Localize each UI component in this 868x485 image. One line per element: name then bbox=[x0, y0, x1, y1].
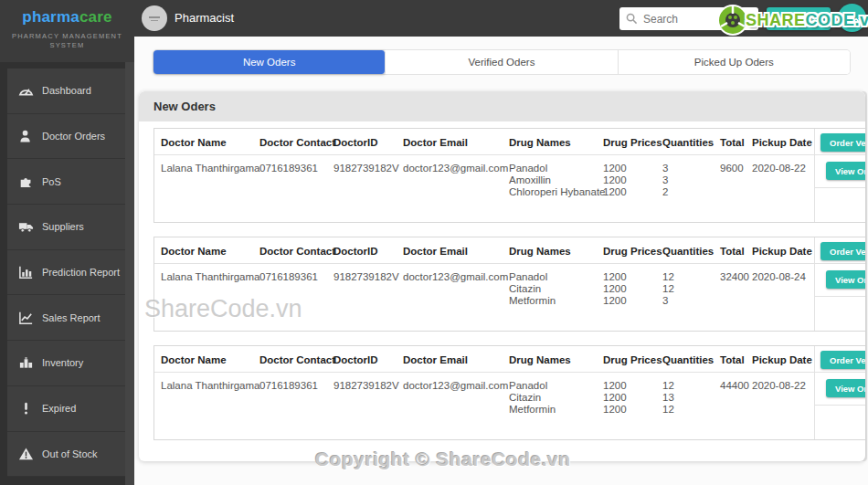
order-total: 32400 bbox=[720, 271, 749, 283]
tab-picked-up-orders[interactable]: Picked Up Oders bbox=[619, 50, 850, 74]
quantities: 121312 bbox=[662, 380, 674, 416]
drug-prices: 120012001200 bbox=[603, 271, 627, 307]
new-orders-panel: New Oders Doctor Name Doctor Contact Doc… bbox=[139, 91, 865, 461]
sidebar-menu: Dashboard Doctor Orders PoS Suppliers bbox=[7, 69, 125, 477]
drug-names: PanadolAmoxillinChloroperi Hybanate bbox=[509, 163, 605, 198]
view-order-button[interactable]: View Order bbox=[826, 379, 865, 397]
doctor-contact: 0716189361 bbox=[259, 163, 318, 174]
drug-names: PanadolCitazinMetformin bbox=[509, 380, 556, 416]
sidebar-item-suppliers[interactable]: Suppliers bbox=[7, 205, 125, 250]
search-input[interactable] bbox=[643, 13, 744, 26]
quantities: 12123 bbox=[662, 271, 674, 307]
order-total: 44400 bbox=[720, 380, 749, 392]
sidebar-item-expired[interactable]: Expired bbox=[7, 386, 125, 432]
order-verify-button[interactable]: Order Verify bbox=[820, 133, 865, 152]
suppliers-icon bbox=[18, 219, 34, 234]
drug-names: PanadolCitazinMetformin bbox=[509, 271, 556, 307]
pickup-date: 2020-08-22 bbox=[752, 380, 806, 392]
settings-button[interactable] bbox=[838, 4, 866, 32]
doctor-contact: 0716189361 bbox=[259, 380, 318, 392]
tab-new-orders[interactable]: New Oders bbox=[153, 50, 386, 74]
dashboard-icon bbox=[18, 83, 34, 98]
doctor-email: doctor123@gmail.com bbox=[403, 271, 508, 283]
col-header-doctor-name: Doctor Name bbox=[161, 137, 227, 148]
order-card: Doctor Name Doctor Contact DoctorID Doct… bbox=[153, 128, 865, 223]
doctor-contact: 0716189361 bbox=[259, 271, 318, 283]
order-card: Doctor Name Doctor Contact DoctorID Doct… bbox=[153, 237, 865, 332]
sidebar-item-prediction-report[interactable]: Prediction Report bbox=[7, 250, 125, 296]
user-role-label: Pharmacist bbox=[175, 11, 234, 25]
view-order-button[interactable]: View Order bbox=[826, 162, 865, 180]
brand-subtitle: PHARMACY MANAGEMENT SYSTEM bbox=[0, 32, 134, 50]
sidebar-item-doctor-orders[interactable]: Doctor Orders bbox=[7, 114, 125, 160]
doctor-id: 9182739182V bbox=[333, 163, 399, 174]
prediction-report-icon bbox=[18, 265, 34, 279]
order-card: Doctor Name Doctor Contact DoctorID Doct… bbox=[153, 345, 865, 440]
inventory-icon bbox=[18, 355, 34, 370]
view-order-button[interactable]: View Order bbox=[826, 270, 865, 289]
brand-logo[interactable]: pharmacare bbox=[0, 0, 134, 26]
avatar[interactable] bbox=[142, 5, 167, 31]
pos-icon bbox=[18, 174, 34, 189]
drug-prices: 120012001200 bbox=[603, 163, 627, 198]
order-total: 9600 bbox=[720, 163, 744, 174]
doctor-name: Lalana Thanthirgama bbox=[161, 163, 259, 174]
expired-icon bbox=[18, 401, 34, 416]
sidebar-item-sales-report[interactable]: Sales Report bbox=[7, 295, 125, 341]
sidebar: pharmacare PHARMACY MANAGEMENT SYSTEM Da… bbox=[0, 0, 134, 485]
tab-verified-orders[interactable]: Verified Oders bbox=[386, 50, 618, 74]
order-verify-button[interactable]: Order Verify bbox=[820, 351, 865, 369]
doctor-email: doctor123@gmail.com bbox=[403, 380, 508, 392]
sidebar-item-pos[interactable]: PoS bbox=[7, 159, 125, 205]
brand-block: pharmacare PHARMACY MANAGEMENT SYSTEM bbox=[0, 0, 134, 62]
doctor-name: Lalana Thanthirgama bbox=[161, 380, 259, 392]
drug-prices: 120012001200 bbox=[603, 380, 627, 416]
pickup-date: 2020-08-22 bbox=[752, 163, 806, 174]
search-button[interactable]: Search bbox=[767, 7, 831, 30]
search-icon bbox=[626, 13, 638, 25]
sidebar-scrollbar[interactable] bbox=[125, 62, 134, 485]
sidebar-item-dashboard[interactable]: Dashboard bbox=[7, 69, 125, 114]
quantities: 332 bbox=[662, 163, 668, 198]
doctor-id: 9182739182V bbox=[333, 380, 399, 392]
sales-report-icon bbox=[18, 311, 34, 325]
doctor-name: Lalana Thanthirgama bbox=[161, 271, 259, 283]
panel-title: New Oders bbox=[139, 91, 865, 121]
out-of-stock-icon bbox=[18, 447, 34, 461]
pickup-date: 2020-08-24 bbox=[752, 271, 806, 283]
doctor-email: doctor123@gmail.com bbox=[403, 163, 508, 174]
sidebar-item-inventory[interactable]: Inventory bbox=[7, 341, 125, 386]
top-header-bar: Pharmacist Search bbox=[134, 0, 868, 37]
doctor-id: 9182739182V bbox=[333, 271, 399, 283]
sidebar-item-out-of-stock[interactable]: Out of Stock bbox=[7, 432, 125, 478]
order-verify-button[interactable]: Order Verify bbox=[820, 242, 865, 260]
gear-icon bbox=[843, 9, 862, 27]
order-tabs: New Oders Verified Oders Picked Up Oders bbox=[153, 50, 850, 74]
search-box[interactable] bbox=[619, 7, 758, 30]
doctor-orders-icon bbox=[18, 129, 34, 143]
